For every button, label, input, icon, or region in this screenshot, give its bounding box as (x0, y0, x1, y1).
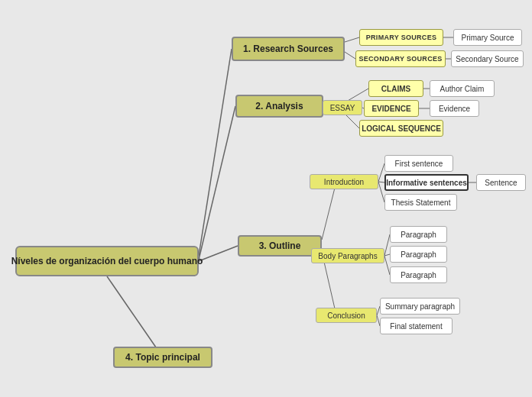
primary-sources-node[interactable]: PRIMARY SOURCES (359, 29, 443, 46)
claims-node[interactable]: CLAIMS (368, 80, 423, 97)
summary-paragraph-node: Summary paragraph (380, 298, 460, 315)
topic-2[interactable]: 2. Analysis (235, 95, 323, 118)
paragraph-1-node: Paragraph (390, 226, 447, 243)
svg-line-19 (378, 182, 384, 202)
author-claim-leaf: Author Claim (430, 80, 495, 97)
svg-line-23 (384, 256, 390, 275)
svg-line-3 (107, 276, 163, 357)
svg-line-2 (199, 246, 238, 261)
essay-node[interactable]: ESSAY (323, 100, 362, 115)
secondary-source-leaf: Secondary Source (451, 50, 524, 67)
svg-line-4 (345, 37, 359, 42)
logical-sequence-node[interactable]: LOGICAL SEQUENCE (359, 120, 443, 137)
introduction-node[interactable]: Introduction (310, 174, 378, 189)
svg-line-17 (378, 163, 384, 182)
body-paragraphs-node[interactable]: Body Paragraphs (311, 248, 384, 263)
sentence-leaf: Sentence (476, 174, 526, 191)
svg-line-18 (378, 182, 384, 182)
svg-line-14 (322, 182, 336, 240)
secondary-sources-node[interactable]: SECONDARY SOURCES (355, 50, 446, 67)
primary-source-leaf: Primary Source (453, 29, 522, 46)
final-statement-node: Final statement (380, 318, 453, 334)
svg-line-21 (384, 234, 390, 256)
informative-sentences-node[interactable]: Informative sentences (384, 174, 469, 191)
evidence-node[interactable]: EVIDENCE (364, 100, 419, 117)
svg-line-5 (345, 52, 355, 59)
topic-1[interactable]: 1. Research Sources (232, 37, 345, 61)
svg-line-1 (199, 106, 235, 260)
conclusion-node[interactable]: Conclusion (316, 308, 377, 323)
svg-line-22 (384, 254, 390, 256)
evidence-leaf: Evidence (430, 100, 479, 117)
first-sentence-node: First sentence (384, 155, 453, 172)
thesis-statement-node: Thesis Statement (384, 194, 457, 211)
central-node[interactable]: Níveles de organización del cuerpo human… (15, 246, 199, 276)
topic-3[interactable]: 3. Outline (238, 235, 322, 257)
svg-line-0 (199, 49, 232, 256)
paragraph-3-node: Paragraph (390, 266, 447, 283)
paragraph-2-node: Paragraph (390, 246, 447, 263)
topic-4[interactable]: 4. Topic principal (113, 347, 212, 368)
